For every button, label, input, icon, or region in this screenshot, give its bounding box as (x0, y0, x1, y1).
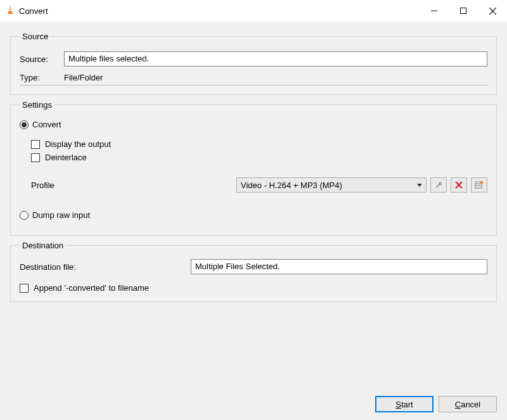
vlc-cone-icon (5, 5, 15, 17)
type-label: Type: (20, 73, 64, 82)
svg-rect-4 (461, 8, 466, 14)
x-icon (455, 181, 463, 189)
delete-profile-button[interactable] (451, 177, 467, 193)
append-converted-label: Append '-converted' to filename (34, 283, 149, 293)
convert-radio[interactable]: Convert (20, 120, 61, 129)
profile-select[interactable]: Video - H.264 + MP3 (MP4) (236, 177, 427, 193)
maximize-icon (460, 8, 466, 14)
window-root: Convert Source Source: Multiple files se… (0, 0, 507, 420)
edit-profile-button[interactable] (430, 177, 447, 193)
maximize-button[interactable] (449, 0, 478, 22)
deinterlace-checkbox[interactable] (31, 153, 40, 162)
radio-checked-icon (20, 120, 29, 129)
settings-group: Settings Convert Display the output Dein… (10, 100, 497, 236)
footer: Start Cancel (0, 392, 507, 420)
dump-radio-label: Dump raw input (32, 210, 90, 220)
source-label: Source: (20, 54, 64, 64)
close-button[interactable] (478, 0, 507, 22)
source-group: Source Source: Multiple files selected. … (10, 32, 497, 95)
settings-legend: Settings (20, 100, 55, 110)
destination-file-label: Destination file: (20, 262, 191, 272)
minimize-button[interactable] (420, 0, 449, 22)
minimize-icon (431, 8, 437, 14)
destination-legend: Destination (20, 241, 66, 250)
cancel-button[interactable]: Cancel (439, 396, 497, 412)
destination-file-input[interactable]: Multiple Files Selected. (191, 259, 487, 274)
new-profile-icon (475, 181, 484, 189)
display-output-label: Display the output (45, 139, 111, 149)
new-profile-button[interactable] (471, 177, 487, 193)
convert-radio-label: Convert (32, 120, 61, 129)
destination-group: Destination Destination file: Multiple F… (10, 241, 497, 302)
svg-rect-1 (9, 8, 11, 8)
window-title: Convert (19, 6, 48, 16)
close-icon (489, 8, 496, 15)
profile-label: Profile (31, 181, 69, 190)
profile-selected-value: Video - H.264 + MP3 (MP4) (241, 181, 342, 190)
radio-unchecked-icon (20, 211, 29, 220)
dump-radio[interactable]: Dump raw input (20, 210, 90, 220)
svg-rect-2 (8, 10, 11, 10)
start-button[interactable]: Start (375, 396, 433, 412)
deinterlace-label: Deinterlace (45, 153, 87, 162)
chevron-down-icon (417, 184, 422, 187)
type-value: File/Folder (64, 73, 103, 82)
titlebar: Convert (0, 0, 507, 22)
display-output-checkbox[interactable] (31, 140, 40, 149)
wrench-icon (434, 181, 443, 189)
source-input[interactable]: Multiple files selected. (64, 51, 487, 67)
svg-rect-0 (8, 13, 13, 14)
svg-point-12 (480, 181, 483, 184)
append-converted-checkbox[interactable] (20, 284, 29, 293)
source-legend: Source (20, 32, 51, 41)
